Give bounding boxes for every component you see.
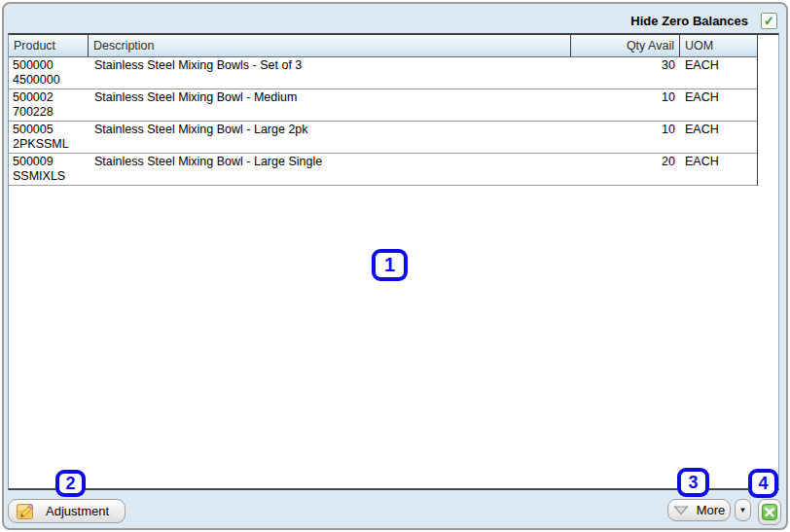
adjustment-button[interactable]: Adjustment (8, 499, 126, 523)
excel-export-icon (762, 504, 777, 520)
product-code: 500000 (13, 58, 84, 73)
product-alt-code: SSMIXLS (13, 169, 84, 184)
product-cell: 500000 4500000 (9, 57, 89, 89)
note-pencil-icon (16, 502, 35, 521)
description-cell: Stainless Steel Mixing Bowls - Set of 3 (89, 57, 571, 89)
uom-cell: EACH (680, 122, 757, 153)
column-header-product[interactable]: Product (9, 35, 89, 56)
product-cell: 500005 2PKSSML (9, 122, 89, 153)
hide-zero-balances-group: Hide Zero Balances ✓ (630, 13, 777, 29)
down-triangle-icon (673, 506, 689, 515)
uom-cell: EACH (680, 154, 757, 185)
product-alt-code: 700228 (13, 105, 84, 120)
more-dropdown-button[interactable]: ▼ (735, 499, 751, 521)
description-cell: Stainless Steel Mixing Bowl - Medium (89, 89, 571, 121)
more-button-label: More (697, 503, 726, 517)
uom-cell: EACH (680, 57, 757, 89)
more-button[interactable]: More (667, 499, 731, 521)
annotation-badge-4: 4 (748, 469, 778, 498)
qty-avail-cell: 20 (571, 154, 680, 185)
adjustment-button-label: Adjustment (46, 504, 109, 518)
column-header-qty-avail[interactable]: Qty Avail (571, 35, 680, 56)
checkmark-icon: ✓ (764, 15, 774, 27)
annotation-badge-2: 2 (55, 470, 86, 497)
column-header-uom[interactable]: UOM (680, 35, 757, 56)
product-alt-code: 4500000 (13, 73, 84, 88)
product-cell: 500002 700228 (9, 89, 89, 121)
table-row[interactable]: 500009 SSMIXLS Stainless Steel Mixing Bo… (9, 154, 757, 186)
annotation-badge-1: 1 (372, 249, 408, 281)
product-code: 500009 (13, 155, 84, 169)
table-row[interactable]: 500002 700228 Stainless Steel Mixing Bow… (9, 89, 757, 122)
hide-zero-balances-checkbox[interactable]: ✓ (761, 13, 777, 29)
product-code: 500002 (13, 90, 84, 105)
uom-cell: EACH (680, 89, 757, 121)
table-row[interactable]: 500005 2PKSSML Stainless Steel Mixing Bo… (9, 122, 757, 154)
table-row[interactable]: 500000 4500000 Stainless Steel Mixing Bo… (9, 57, 757, 89)
product-code: 500005 (13, 123, 84, 137)
product-alt-code: 2PKSSML (13, 137, 84, 152)
column-header-description[interactable]: Description (89, 35, 571, 56)
qty-avail-cell: 10 (571, 89, 680, 121)
product-grid: Product Description Qty Avail UOM 500000… (9, 35, 758, 186)
annotation-badge-3: 3 (677, 468, 709, 497)
description-cell: Stainless Steel Mixing Bowl - Large 2pk (89, 122, 571, 153)
export-to-excel-button[interactable] (758, 499, 781, 525)
product-cell: 500009 SSMIXLS (9, 154, 89, 185)
inventory-balances-panel: Hide Zero Balances ✓ Product Description… (2, 2, 788, 530)
dropdown-arrow-icon: ▼ (739, 506, 747, 514)
qty-avail-cell: 30 (571, 57, 680, 89)
hide-zero-balances-label: Hide Zero Balances (630, 14, 748, 28)
qty-avail-cell: 10 (571, 122, 680, 153)
description-cell: Stainless Steel Mixing Bowl - Large Sing… (89, 154, 571, 185)
table-header-row: Product Description Qty Avail UOM (9, 35, 757, 57)
